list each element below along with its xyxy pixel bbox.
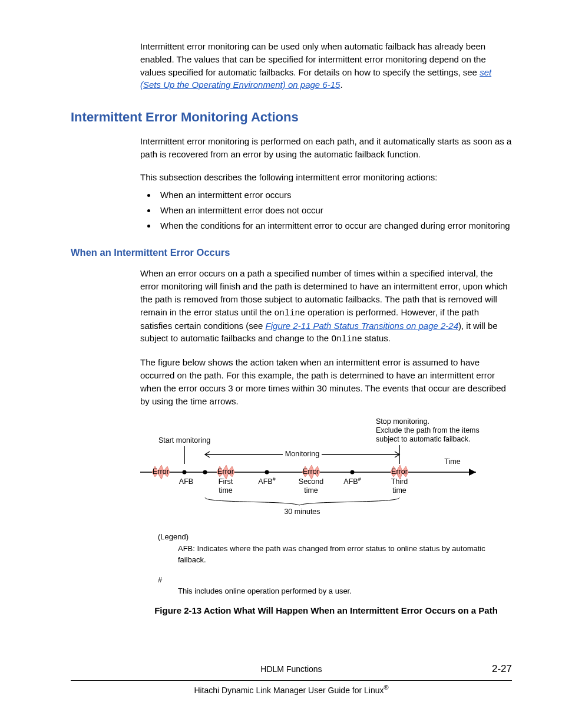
subsection-heading: When an Intermittent Error Occurs bbox=[71, 246, 512, 260]
label-second: Second bbox=[299, 477, 323, 486]
body-para: This subsection describes the following … bbox=[140, 171, 512, 184]
page-number: 2-27 bbox=[477, 662, 512, 677]
page: Intermittent error monitoring can be use… bbox=[0, 0, 562, 728]
footer-book: Hitachi Dynamic Link Manager User Guide … bbox=[71, 683, 512, 696]
section-heading: Intermittent Error Monitoring Actions bbox=[71, 108, 512, 127]
svg-text:Error: Error bbox=[303, 467, 319, 476]
label-monitoring: Monitoring bbox=[285, 450, 319, 458]
legend-title: (Legend) bbox=[158, 531, 512, 543]
bullet-list: When an intermittent error occurs When a… bbox=[140, 189, 512, 232]
label-afb-hash: AFB# bbox=[343, 476, 361, 486]
list-item: When the conditions for an intermittent … bbox=[157, 219, 512, 232]
cross-ref-link[interactable]: Figure 2-11 Path Status Transitions on p… bbox=[266, 321, 458, 331]
list-item: When an intermittent error does not occu… bbox=[157, 204, 512, 217]
text: Intermittent error monitoring can be use… bbox=[140, 41, 486, 77]
svg-text:Error: Error bbox=[391, 467, 408, 476]
code-inline: Online bbox=[331, 334, 362, 344]
text: . bbox=[340, 80, 342, 90]
legend-line: AFB: Indicates where the path was change… bbox=[178, 543, 512, 566]
figure-caption: Figure 2-13 Action What Will Happen When… bbox=[140, 604, 512, 617]
timeline-diagram: Start monitoring Stop monitoring. Exclud… bbox=[140, 418, 511, 524]
label-stop3: subject to automatic failback. bbox=[376, 435, 471, 443]
hash-note: This includes online operation performed… bbox=[178, 585, 512, 597]
svg-point-17 bbox=[351, 470, 355, 475]
label-stop2: Exclude the path from the items bbox=[376, 426, 480, 434]
page-footer: HDLM Functions 2-27 Hitachi Dynamic Link… bbox=[71, 662, 512, 696]
label-stop1: Stop monitoring. bbox=[376, 418, 429, 426]
figure-legend: (Legend) AFB: Indicates where the path w… bbox=[158, 531, 512, 597]
footer-chapter: HDLM Functions bbox=[106, 663, 477, 675]
label-time: Time bbox=[444, 457, 460, 466]
label-start: Start monitoring bbox=[158, 436, 210, 444]
svg-point-15 bbox=[203, 470, 207, 475]
svg-point-14 bbox=[183, 470, 187, 475]
body-para: When an error occurs on a path a specifi… bbox=[140, 267, 512, 345]
label-thirty: 30 minutes bbox=[284, 508, 320, 516]
label-third: Third bbox=[391, 477, 408, 486]
list-item: When an intermittent error occurs bbox=[157, 189, 512, 202]
body-para: Intermittent error monitoring is perform… bbox=[140, 135, 512, 161]
figure: Start monitoring Stop monitoring. Exclud… bbox=[140, 418, 512, 617]
star-icon: Error bbox=[152, 465, 170, 479]
svg-text:Error: Error bbox=[153, 467, 169, 476]
svg-marker-5 bbox=[469, 469, 476, 476]
label-afb: AFB bbox=[179, 477, 193, 486]
text: status. bbox=[362, 333, 391, 343]
label-first: First bbox=[219, 477, 233, 486]
label-time: time bbox=[304, 486, 318, 495]
label-time: time bbox=[392, 486, 406, 495]
svg-point-16 bbox=[265, 470, 269, 475]
svg-text:Error: Error bbox=[217, 467, 234, 476]
intro-para: Intermittent error monitoring can be use… bbox=[140, 40, 512, 91]
body-para: The figure below shows the action taken … bbox=[140, 356, 512, 407]
label-afb-hash: AFB# bbox=[258, 476, 275, 486]
hash-symbol: # bbox=[158, 574, 512, 586]
code-inline: online bbox=[275, 308, 305, 318]
label-time: time bbox=[219, 486, 233, 495]
